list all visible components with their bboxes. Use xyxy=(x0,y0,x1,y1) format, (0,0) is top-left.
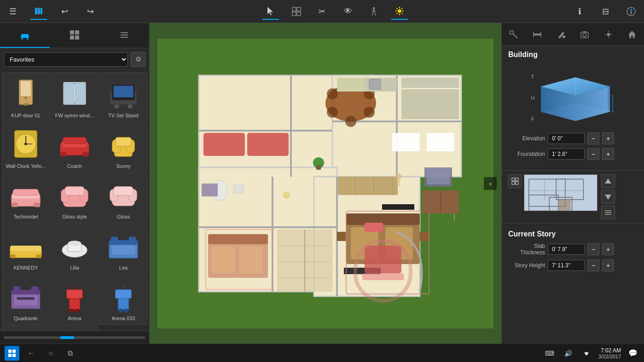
select-icon[interactable] xyxy=(262,3,279,20)
back-button[interactable]: ← xyxy=(24,346,39,361)
item-label: Lilia xyxy=(70,265,79,271)
left-tabs xyxy=(0,23,149,48)
list-item[interactable]: Gloss style xyxy=(51,173,99,223)
list-item[interactable]: Techmodel xyxy=(2,173,50,223)
walk-icon[interactable] xyxy=(366,3,382,20)
network-icon[interactable] xyxy=(580,347,593,360)
svg-rect-135 xyxy=(392,133,420,151)
floor-view-list[interactable] xyxy=(601,206,615,219)
taskbar-right: ⌨ 🔊 7:02 AM 3/22/2017 💬 xyxy=(543,347,639,360)
cut-icon[interactable]: ✂ xyxy=(314,3,331,20)
redo-icon[interactable]: ↪ xyxy=(82,3,99,20)
list-item[interactable]: KUP door 01 xyxy=(2,72,50,122)
floor-plan-canvas[interactable]: › xyxy=(150,23,501,344)
camera-tab[interactable] xyxy=(573,23,597,46)
slab-thickness-label: Slab Thickness xyxy=(508,243,545,256)
floor-view-down[interactable] xyxy=(601,190,615,204)
compass-icon[interactable] xyxy=(623,3,639,20)
list-tab[interactable] xyxy=(99,23,149,48)
measure-tab[interactable] xyxy=(526,23,550,46)
list-item[interactable]: Coach xyxy=(51,123,99,172)
multitask-button[interactable]: ⧉ xyxy=(63,346,77,361)
svg-line-184 xyxy=(513,34,517,38)
select-mode-tab[interactable] xyxy=(502,23,526,46)
svg-rect-141 xyxy=(401,89,459,119)
list-item[interactable] xyxy=(2,326,50,331)
slab-decrement[interactable]: − xyxy=(587,243,599,255)
building-3d-preview: T H F xyxy=(508,63,638,132)
elevation-input[interactable] xyxy=(548,133,585,144)
list-item[interactable]: FW symm wind... xyxy=(51,72,99,122)
list-item[interactable]: Quadrante xyxy=(2,275,50,325)
sun-icon[interactable] xyxy=(391,3,408,20)
category-dropdown[interactable]: Favorites All Items Recent xyxy=(4,52,128,67)
floor-view-up[interactable] xyxy=(601,174,615,188)
notification-button[interactable]: 💬 xyxy=(627,347,639,360)
slab-thickness-input[interactable] xyxy=(548,244,585,255)
list-item[interactable]: Arena xyxy=(51,275,99,325)
svg-rect-73 xyxy=(65,187,85,196)
svg-rect-79 xyxy=(10,246,41,251)
list-item[interactable]: TV Set Stand xyxy=(99,72,147,122)
current-story-title: Current Story xyxy=(508,230,638,238)
list-item[interactable]: KENNEDY xyxy=(2,224,50,274)
menu-icon[interactable]: ☰ xyxy=(5,3,21,20)
svg-rect-134 xyxy=(247,133,289,156)
list-item[interactable]: Wall Clock Yello... xyxy=(2,123,50,172)
list-item[interactable] xyxy=(51,326,99,331)
elevation-decrement[interactable]: − xyxy=(587,132,599,144)
view-icon[interactable]: 👁 xyxy=(340,3,356,20)
list-item[interactable]: Sunny xyxy=(99,123,147,172)
story-height-decrement[interactable]: − xyxy=(587,259,599,271)
svg-point-161 xyxy=(283,191,290,199)
taskbar-left: ← ○ ⧉ xyxy=(5,346,77,361)
svg-line-20 xyxy=(401,13,402,14)
svg-rect-226 xyxy=(8,350,12,353)
svg-rect-158 xyxy=(212,247,235,273)
group-icon[interactable] xyxy=(288,3,305,20)
svg-marker-25 xyxy=(630,11,632,15)
list-item[interactable]: Lilia xyxy=(51,224,99,274)
divider-2 xyxy=(502,223,644,224)
item-label: Wall Clock Yello... xyxy=(6,163,46,169)
horizontal-scrollbar[interactable] xyxy=(0,331,149,344)
home-settings-tab[interactable] xyxy=(621,23,644,46)
clock-area[interactable]: 7:02 AM 3/22/2017 xyxy=(598,347,621,359)
slab-increment[interactable]: + xyxy=(602,243,614,255)
start-button[interactable] xyxy=(5,346,19,361)
settings-button[interactable]: ⚙ xyxy=(131,52,145,67)
floor-grid-icon[interactable] xyxy=(508,174,522,188)
svg-point-164 xyxy=(396,174,402,179)
svg-rect-29 xyxy=(27,38,28,40)
story-height-increment[interactable]: + xyxy=(602,259,614,271)
list-item[interactable]: Arena 033 xyxy=(99,275,147,325)
volume-icon[interactable]: 🔊 xyxy=(562,347,574,360)
material-tab[interactable] xyxy=(50,23,99,48)
library-icon[interactable] xyxy=(30,3,47,20)
svg-rect-69 xyxy=(13,190,39,196)
svg-point-84 xyxy=(68,241,81,246)
svg-rect-0 xyxy=(35,8,37,14)
undo-icon[interactable]: ↩ xyxy=(56,3,73,20)
keyboard-icon[interactable]: ⌨ xyxy=(543,347,556,360)
paint-tab[interactable] xyxy=(549,23,573,46)
items-grid: KUP door 01 FW symm wind... xyxy=(0,70,149,331)
story-height-input[interactable] xyxy=(548,260,585,271)
home-button[interactable]: ○ xyxy=(43,346,58,361)
svg-rect-166 xyxy=(365,223,383,232)
foundation-increment[interactable]: + xyxy=(602,148,614,160)
foundation-input[interactable] xyxy=(548,149,585,160)
info-icon[interactable]: ℹ xyxy=(571,3,588,20)
svg-rect-50 xyxy=(128,104,133,108)
furniture-tab[interactable] xyxy=(0,23,50,48)
light-tab[interactable] xyxy=(597,23,621,46)
layout-icon[interactable]: ⊟ xyxy=(597,3,614,20)
elevation-increment[interactable]: + xyxy=(602,132,614,144)
svg-rect-58 xyxy=(60,152,67,157)
list-item[interactable]: Lea xyxy=(99,224,147,274)
expand-panel-button[interactable]: › xyxy=(484,177,497,190)
list-item[interactable]: Gloss xyxy=(99,173,147,223)
svg-rect-152 xyxy=(337,232,346,241)
floor-plan-mini-view[interactable] xyxy=(524,174,598,211)
foundation-decrement[interactable]: − xyxy=(587,148,599,160)
